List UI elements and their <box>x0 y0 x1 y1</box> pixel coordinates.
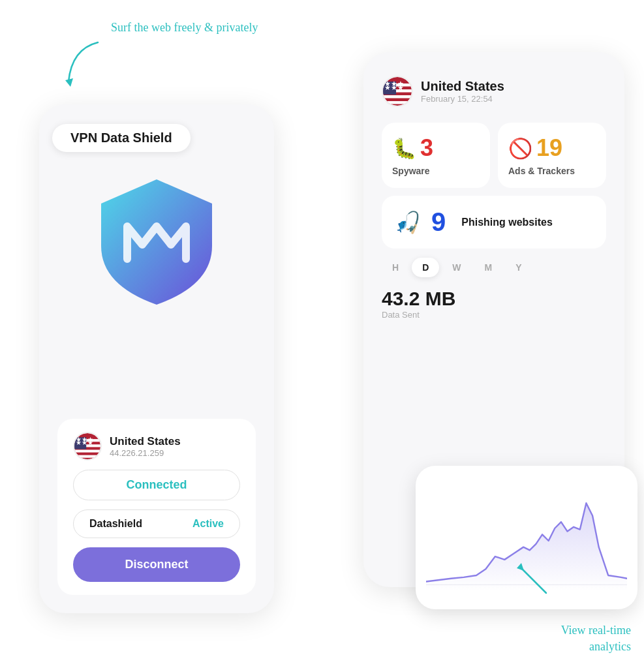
bottom-arrow-icon <box>507 560 559 600</box>
tab-W[interactable]: W <box>442 258 471 277</box>
stats-grid: 🐛 3 Spyware 🚫 19 Ads & Trackers <box>382 123 606 188</box>
svg-rect-5 <box>74 455 100 458</box>
phishing-card: 🎣 9 Phishing websites <box>382 196 606 249</box>
right-header: ★★★ ★★★ United States February 15, 22:54 <box>382 76 606 107</box>
spyware-card: 🐛 3 Spyware <box>382 123 490 188</box>
phishing-label: Phishing websites <box>461 217 553 228</box>
right-country-name: United States <box>421 79 504 94</box>
tab-M[interactable]: M <box>474 258 502 277</box>
right-datetime: February 15, 22:54 <box>421 94 504 104</box>
us-flag-right-icon: ★★★ ★★★ <box>382 76 413 107</box>
ads-icon: 🚫 <box>508 137 532 160</box>
spyware-count: 3 <box>420 134 433 162</box>
vpn-label: VPN Data Shield <box>52 124 191 152</box>
country-name: United States <box>110 435 181 448</box>
svg-text:★★★: ★★★ <box>384 80 404 87</box>
us-flag-icon: ★★★ ★★★ <box>73 432 102 461</box>
datashield-status: Active <box>192 518 224 530</box>
tab-Y[interactable]: Y <box>505 258 532 277</box>
top-arrow-icon <box>52 36 117 88</box>
top-annotation: Surf the web freely & privately <box>111 20 258 36</box>
connected-button[interactable]: Connected <box>73 470 240 500</box>
spyware-label: Spyware <box>392 166 480 176</box>
shield-icon <box>85 168 228 318</box>
svg-rect-13 <box>383 95 412 99</box>
ads-trackers-card: 🚫 19 Ads & Trackers <box>498 123 606 188</box>
bottom-annotation: View real-timeanalytics <box>561 622 631 655</box>
left-phone-card: VPN Data Shield <box>39 104 274 613</box>
datashield-label: Datashield <box>89 518 142 530</box>
time-tabs: H D W M Y <box>382 258 606 277</box>
datashield-row: Datashield Active <box>73 509 240 538</box>
spyware-icon: 🐛 <box>392 137 416 160</box>
svg-rect-4 <box>74 449 100 452</box>
phishing-count: 9 <box>431 207 446 237</box>
svg-text:★★★: ★★★ <box>76 436 93 443</box>
country-row: ★★★ ★★★ United States 44.226.21.259 <box>73 432 240 461</box>
tab-D[interactable]: D <box>412 258 439 277</box>
left-bottom-section: ★★★ ★★★ United States 44.226.21.259 Conn… <box>57 419 256 595</box>
svg-marker-20 <box>517 563 524 571</box>
country-info: United States 44.226.21.259 <box>110 435 181 458</box>
ads-label: Ads & Trackers <box>508 166 596 176</box>
data-sent-label: Data Sent <box>382 310 606 320</box>
phishing-icon: 🎣 <box>395 210 421 235</box>
data-sent-value: 43.2 MB <box>382 288 606 310</box>
ip-address: 44.226.21.259 <box>110 448 181 458</box>
tab-H[interactable]: H <box>382 258 409 277</box>
ads-count: 19 <box>536 134 562 162</box>
svg-marker-0 <box>65 78 73 87</box>
disconnect-button[interactable]: Disconnect <box>73 547 240 582</box>
svg-rect-14 <box>383 101 412 104</box>
